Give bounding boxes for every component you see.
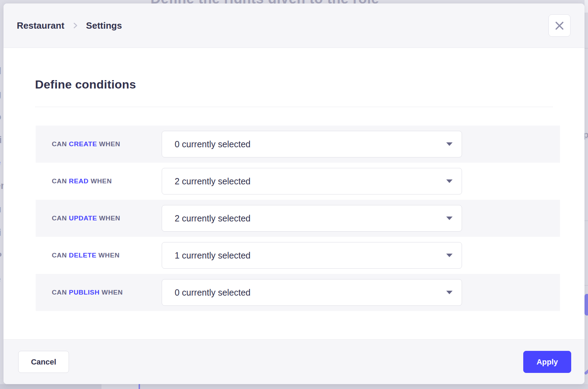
modal-header: Restaurant Settings	[4, 3, 584, 48]
chevron-down-icon	[446, 291, 453, 294]
chevron-down-icon	[446, 142, 453, 146]
page-button-edge	[584, 294, 588, 316]
permission-action-label: DELETE	[69, 252, 97, 259]
page-row-line	[584, 285, 588, 286]
page-text-fragment: u	[0, 205, 4, 214]
page-text-fragment: g	[0, 90, 4, 99]
modal-body: Define conditions CAN CREATE WHEN 0 curr…	[4, 48, 584, 339]
page-text-fragment: r	[0, 41, 4, 51]
permission-label: CAN READ WHEN	[52, 177, 162, 185]
page-table-cell-edge	[140, 384, 588, 389]
page-fragments-right: p	[584, 0, 588, 384]
conditions-select[interactable]: 1 currently selected	[162, 242, 462, 269]
divider	[35, 107, 553, 107]
close-button[interactable]	[548, 14, 570, 37]
conditions-select-value: 2 currently selected	[175, 213, 251, 224]
breadcrumb-item-settings: Settings	[86, 20, 122, 31]
close-icon	[555, 21, 564, 30]
chevron-down-icon	[446, 254, 453, 257]
permission-rows: CAN CREATE WHEN 0 currently selected CAN…	[36, 126, 560, 311]
conditions-select[interactable]: 2 currently selected	[162, 168, 462, 194]
permission-row: CAN DELETE WHEN 1 currently selected	[36, 237, 560, 274]
page-text-fragment: o	[0, 112, 4, 122]
permission-row: CAN PUBLISH WHEN 0 currently selected	[36, 274, 560, 311]
screen: Define the rights given to the role rdgo…	[0, 0, 588, 389]
chevron-right-icon	[71, 22, 79, 29]
permission-action-label: UPDATE	[69, 214, 97, 222]
permission-label: CAN PUBLISH WHEN	[52, 289, 162, 296]
page-table-cell-edge	[102, 384, 139, 389]
permission-label: CAN DELETE WHEN	[52, 252, 162, 259]
page-row-line	[584, 220, 588, 221]
permission-action-label: PUBLISH	[69, 289, 100, 296]
permission-row: CAN CREATE WHEN 0 currently selected	[36, 126, 560, 163]
page-text-fragment: ri	[0, 135, 4, 145]
breadcrumb: Restaurant Settings	[17, 20, 122, 31]
conditions-select[interactable]: 0 currently selected	[162, 131, 462, 157]
permission-action-label: READ	[69, 177, 89, 185]
conditions-select-value: 0 currently selected	[175, 288, 251, 298]
modal-title: Define conditions	[35, 78, 553, 91]
page-bottom-edge	[0, 384, 588, 389]
cancel-button[interactable]: Cancel	[18, 351, 69, 373]
permission-action-label: CREATE	[69, 140, 97, 148]
page-text-fragment: p	[584, 130, 588, 139]
define-conditions-modal: Restaurant Settings Define conditions	[4, 3, 584, 384]
chevron-down-icon	[446, 217, 453, 220]
conditions-select-value: 1 currently selected	[175, 250, 251, 261]
modal-footer: Cancel Apply	[4, 339, 584, 384]
permission-row: CAN READ WHEN 2 currently selected	[36, 163, 560, 200]
conditions-select-value: 0 currently selected	[175, 139, 251, 149]
page-text-fragment: e	[0, 158, 4, 168]
page-row-line	[584, 48, 588, 49]
chevron-down-icon	[446, 179, 453, 183]
pencil-icon	[584, 368, 588, 375]
breadcrumb-item-restaurant: Restaurant	[17, 20, 64, 31]
page-card-edge	[584, 0, 588, 13]
permission-label: CAN CREATE WHEN	[52, 140, 162, 148]
conditions-select[interactable]: 0 currently selected	[162, 279, 462, 306]
apply-button[interactable]: Apply	[523, 351, 571, 373]
page-text-fragment: e	[0, 275, 4, 284]
page-text-fragment: d	[0, 66, 4, 76]
permission-label: CAN UPDATE WHEN	[52, 214, 162, 222]
permission-row: CAN UPDATE WHEN 2 currently selected	[36, 200, 560, 237]
conditions-select-value: 2 currently selected	[175, 176, 251, 186]
page-text-fragments-left: rdgorieerutiPe	[0, 0, 4, 384]
conditions-select[interactable]: 2 currently selected	[162, 205, 462, 232]
page-text-fragment: ti	[0, 228, 4, 238]
page-text-fragment: er	[0, 181, 4, 191]
page-text-fragment: P	[0, 252, 4, 261]
